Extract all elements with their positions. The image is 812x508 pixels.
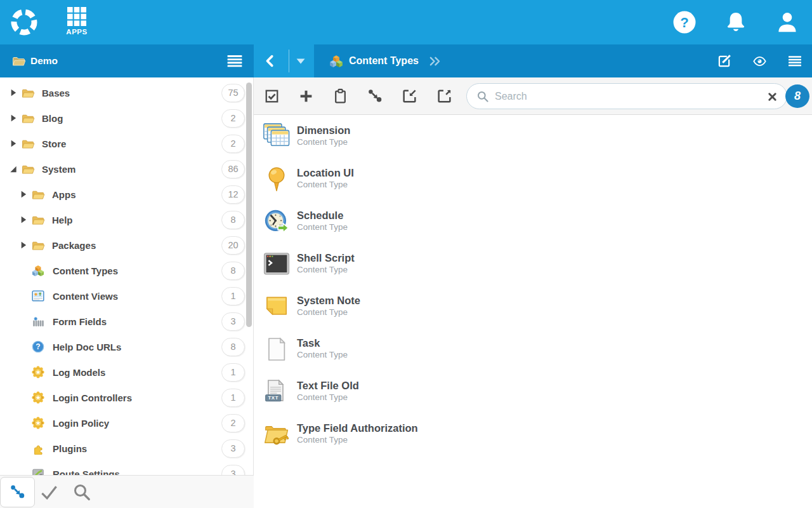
eye-icon[interactable] <box>753 55 766 68</box>
content-list: Dimension Content Type Location UI Conte… <box>263 123 418 463</box>
sidebar-item-help[interactable]: Help 8 <box>0 207 253 232</box>
search-input[interactable] <box>495 84 768 108</box>
sidebar-item-login-controllers[interactable]: Login Controllers 1 <box>0 385 253 410</box>
sidebar-item-label: Log Models <box>53 367 105 378</box>
sidebar-item-content-types[interactable]: Content Types 8 <box>0 258 253 283</box>
relations-icon[interactable] <box>367 88 383 104</box>
sidebar-item-login-policy[interactable]: Login Policy 2 <box>0 410 253 436</box>
count-badge: 1 <box>221 287 245 305</box>
sidebar-item-label: Content Types <box>53 265 118 276</box>
breadcrumb-label[interactable]: Content Types <box>349 55 419 67</box>
expander-collapsed-icon[interactable] <box>8 88 18 98</box>
terminal-window-icon <box>263 250 291 278</box>
sidebar-item-label: Help Doc URLs <box>53 342 121 352</box>
sidebar-item-label: Login Policy <box>53 418 109 429</box>
sidebar-footer <box>0 475 254 508</box>
app-logo-icon[interactable] <box>9 7 39 37</box>
workspace-header[interactable]: Demo <box>0 44 254 77</box>
help-icon[interactable] <box>672 10 697 34</box>
list-item-dimension[interactable]: Dimension Content Type <box>263 123 418 150</box>
list-item-shell-script[interactable]: Shell Script Content Type <box>263 250 418 278</box>
count-badge: 2 <box>221 414 245 432</box>
back-chevron-icon[interactable] <box>263 54 277 68</box>
count-badge: 8 <box>221 338 245 356</box>
expander-expanded-icon[interactable] <box>8 164 18 174</box>
sidebar-item-content-views[interactable]: Content Views 1 <box>0 283 253 309</box>
expander-collapsed-icon[interactable] <box>8 113 18 123</box>
list-item-task[interactable]: Task Content Type <box>263 335 418 363</box>
item-subtitle: Content Type <box>297 137 350 148</box>
sidebar-item-apps[interactable]: Apps 12 <box>0 182 253 207</box>
sidebar-item-label: Blog <box>42 113 63 124</box>
add-icon[interactable] <box>298 88 314 104</box>
sidebar-item-system[interactable]: System 86 <box>0 156 253 182</box>
folder-icon <box>31 189 46 201</box>
count-badge: 1 <box>221 363 245 382</box>
apps-button[interactable]: APPS <box>58 6 95 41</box>
form-fields-bars-icon <box>32 315 47 328</box>
folder-icon <box>21 163 36 175</box>
dropdown-caret-icon[interactable] <box>296 58 305 64</box>
sidebar-item-form-fields[interactable]: Form Fields 3 <box>0 309 253 334</box>
content-types-cubes-icon <box>329 54 343 68</box>
sidebar-item-help-doc-urls[interactable]: Help Doc URLs 8 <box>0 334 253 359</box>
sidebar-item-bases[interactable]: Bases 75 <box>0 80 253 105</box>
list-item-schedule[interactable]: Schedule Content Type <box>263 208 418 236</box>
sidebar-item-packages[interactable]: Packages 20 <box>0 232 253 258</box>
main-panel: 8 Dimension Content Type Location UI Con… <box>254 77 812 508</box>
breadcrumb-separator-icon <box>429 57 440 66</box>
clipboard-icon[interactable] <box>332 88 348 104</box>
breadcrumb: Content Types <box>314 44 440 77</box>
sidebar-item-blog[interactable]: Blog 2 <box>0 105 253 131</box>
topbar-actions <box>672 0 799 44</box>
police-badge-icon <box>32 417 47 429</box>
sidebar-item-store[interactable]: Store 2 <box>0 131 253 156</box>
relations-icon <box>10 484 26 500</box>
sidebar-item-label: Route Settings <box>53 469 120 476</box>
relations-tab[interactable] <box>0 477 35 507</box>
notifications-bell-icon[interactable] <box>724 10 748 34</box>
stacked-tables-icon <box>263 123 291 150</box>
list-item-text-file-old[interactable]: Text File Old Content Type <box>263 378 418 406</box>
list-item-location-ui[interactable]: Location UI Content Type <box>263 165 418 193</box>
count-badge: 3 <box>221 312 245 331</box>
count-badge: 2 <box>221 135 245 153</box>
user-icon[interactable] <box>775 10 799 34</box>
menu-icon[interactable] <box>789 56 801 67</box>
expander-collapsed-icon[interactable] <box>8 138 18 149</box>
item-title: Task <box>297 337 348 349</box>
sticky-note-icon <box>263 293 291 321</box>
sidebar-item-plugins[interactable]: Plugins 3 <box>0 436 253 461</box>
item-subtitle: Content Type <box>297 179 354 190</box>
sidebar: Bases 75 Blog 2 Store 2 System 86 Apps 1… <box>0 77 254 508</box>
count-badge: 75 <box>221 84 245 102</box>
folder-icon <box>21 138 36 150</box>
expander-collapsed-icon[interactable] <box>18 215 28 225</box>
list-item-system-note[interactable]: System Note Content Type <box>263 293 418 321</box>
folder-icon <box>21 87 36 99</box>
map-pin-icon <box>263 165 291 193</box>
sidebar-scrollbar[interactable] <box>246 83 252 327</box>
import-icon[interactable] <box>402 88 417 104</box>
sidebar-item-route-settings[interactable]: Route Settings 3 <box>0 461 253 475</box>
item-subtitle: Content Type <box>297 434 418 446</box>
blank-page-icon <box>263 335 291 363</box>
count-badge: 12 <box>221 185 245 204</box>
count-badge: 2 <box>221 109 245 128</box>
expander-collapsed-icon[interactable] <box>18 189 28 199</box>
export-icon[interactable] <box>436 88 452 104</box>
check-icon[interactable] <box>39 484 59 501</box>
expander-collapsed-icon[interactable] <box>18 240 28 250</box>
list-item-type-field-authorization[interactable]: Type Field Authorization Content Type <box>263 420 418 448</box>
search-icon[interactable] <box>72 483 91 502</box>
sidebar-item-label: Content Views <box>53 291 118 302</box>
select-all-icon[interactable] <box>264 88 280 104</box>
clear-search-icon[interactable] <box>768 92 777 102</box>
count-badge: 3 <box>221 465 245 476</box>
sidebar-menu-icon[interactable] <box>227 55 242 67</box>
sidebar-item-log-models[interactable]: Log Models 1 <box>0 359 253 385</box>
item-subtitle: Content Type <box>297 392 359 403</box>
item-title: Shell Script <box>297 251 355 264</box>
sidebar-item-label: Packages <box>52 240 96 251</box>
edit-icon[interactable] <box>717 55 731 68</box>
